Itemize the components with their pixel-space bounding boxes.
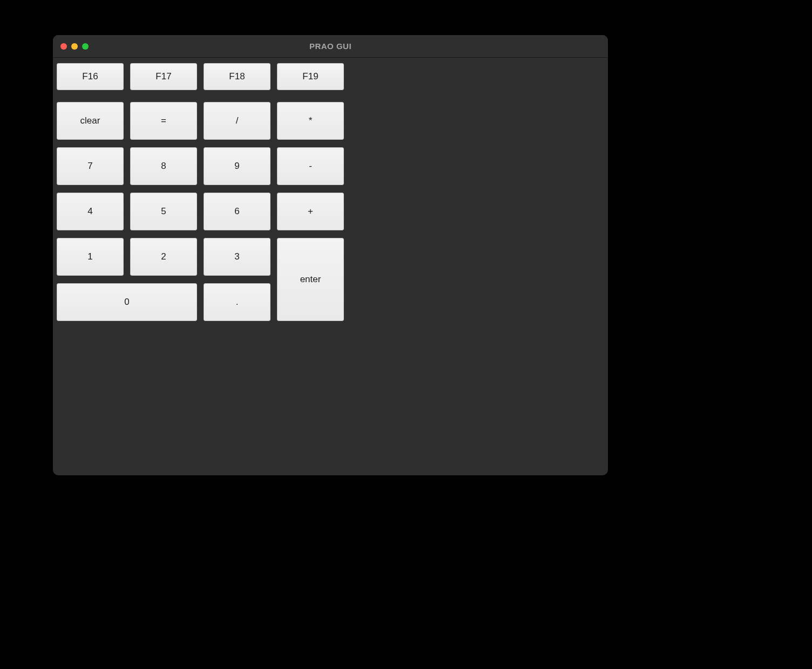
numeric-keypad: clear = / * 7 8 9 - 4 5 6 + 1 2 3 enter …: [57, 102, 604, 321]
key-2[interactable]: 2: [130, 238, 197, 276]
key-3[interactable]: 3: [204, 238, 270, 276]
close-icon[interactable]: [60, 43, 67, 50]
key-f18[interactable]: F18: [204, 63, 270, 90]
key-f16[interactable]: F16: [57, 63, 124, 90]
titlebar: PRAO GUI: [53, 35, 608, 58]
app-window: PRAO GUI F16 F17 F18 F19 clear = / * 7 8…: [53, 35, 608, 475]
key-7[interactable]: 7: [57, 147, 124, 185]
key-divide[interactable]: /: [204, 102, 270, 140]
minimize-icon[interactable]: [71, 43, 78, 50]
key-9[interactable]: 9: [204, 147, 270, 185]
key-1[interactable]: 1: [57, 238, 124, 276]
key-minus[interactable]: -: [277, 147, 344, 185]
window-title: PRAO GUI: [53, 42, 608, 51]
key-clear[interactable]: clear: [57, 102, 124, 140]
key-5[interactable]: 5: [130, 193, 197, 230]
key-equals[interactable]: =: [130, 102, 197, 140]
function-key-row: F16 F17 F18 F19: [57, 63, 604, 90]
window-content: F16 F17 F18 F19 clear = / * 7 8 9 - 4 5 …: [53, 58, 608, 326]
key-f19[interactable]: F19: [277, 63, 344, 90]
key-dot[interactable]: .: [204, 283, 270, 321]
key-f17[interactable]: F17: [130, 63, 197, 90]
key-4[interactable]: 4: [57, 193, 124, 230]
traffic-lights: [53, 43, 89, 50]
maximize-icon[interactable]: [82, 43, 89, 50]
key-enter[interactable]: enter: [277, 238, 344, 321]
key-plus[interactable]: +: [277, 193, 344, 230]
key-8[interactable]: 8: [130, 147, 197, 185]
key-multiply[interactable]: *: [277, 102, 344, 140]
key-0[interactable]: 0: [57, 283, 197, 321]
key-6[interactable]: 6: [204, 193, 270, 230]
